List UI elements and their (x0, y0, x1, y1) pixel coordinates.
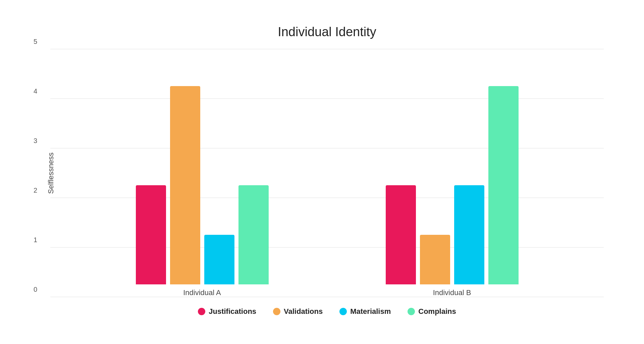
bar-materialism (454, 185, 484, 284)
bar-justifications (136, 185, 166, 284)
legend-dot (198, 308, 205, 315)
bars-container: Individual AIndividual B (50, 49, 604, 297)
legend-label: Materialism (350, 307, 391, 316)
bar-complains (238, 185, 269, 284)
y-tick-label: 5 (34, 38, 37, 45)
legend-label: Justifications (209, 307, 256, 316)
legend-dot (273, 308, 280, 315)
grid-and-bars: 012345Individual AIndividual B (50, 49, 604, 297)
group-label: Individual B (433, 288, 471, 297)
bar-group: Individual A (77, 86, 327, 297)
bar-materialism (204, 235, 234, 284)
legend: JustificationsValidationsMaterialismComp… (50, 307, 604, 316)
legend-dot (339, 308, 347, 315)
y-tick-label: 0 (34, 285, 37, 293)
y-tick-label: 1 (34, 236, 37, 244)
legend-item-validations: Validations (273, 307, 323, 316)
bar-group: Individual B (327, 86, 577, 297)
bars-row (136, 86, 269, 284)
y-tick-label: 2 (34, 186, 37, 194)
legend-item-justifications: Justifications (198, 307, 256, 316)
legend-label: Validations (284, 307, 323, 316)
bars-row (386, 86, 519, 284)
y-tick-label: 4 (34, 87, 37, 95)
legend-dot (408, 308, 415, 315)
y-tick-label: 3 (34, 137, 37, 144)
chart-area: Selflessness 012345Individual AIndividua… (50, 49, 604, 297)
bar-justifications (386, 185, 416, 284)
chart-container: Individual Identity Selflessness 012345I… (20, 11, 624, 333)
legend-item-materialism: Materialism (339, 307, 391, 316)
bar-complains (488, 86, 519, 284)
bar-validations (420, 235, 450, 284)
legend-label: Complains (418, 307, 456, 316)
legend-item-complains: Complains (408, 307, 456, 316)
chart-title: Individual Identity (50, 25, 604, 39)
bar-validations (170, 86, 200, 284)
group-label: Individual A (183, 288, 221, 297)
